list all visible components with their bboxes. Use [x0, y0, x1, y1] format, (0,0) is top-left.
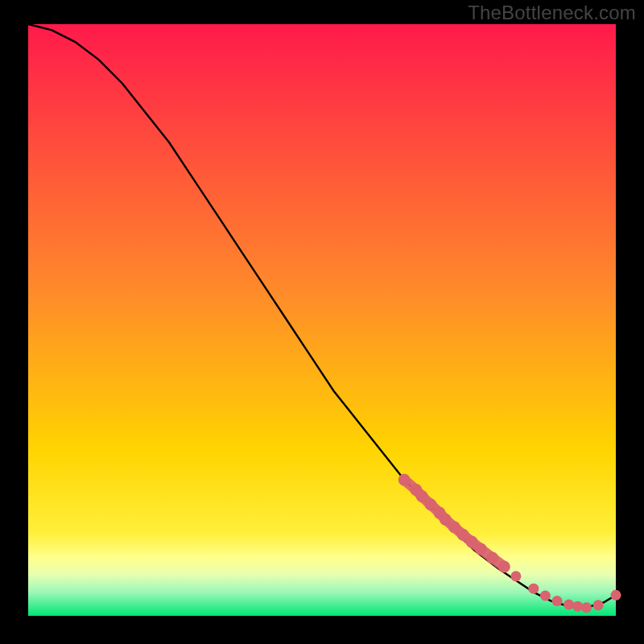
- watermark-text: TheBottleneck.com: [468, 2, 636, 24]
- data-point: [564, 600, 574, 610]
- data-point: [510, 571, 521, 581]
- bottleneck-chart: [0, 0, 644, 644]
- data-point: [425, 498, 437, 510]
- data-point: [552, 596, 563, 606]
- data-point: [475, 543, 487, 555]
- data-point: [572, 601, 583, 612]
- data-point: [528, 584, 539, 594]
- plot-area: [28, 24, 616, 616]
- data-point: [398, 474, 411, 486]
- data-point: [611, 590, 621, 601]
- data-point: [486, 552, 498, 564]
- data-point: [581, 602, 592, 613]
- data-point: [416, 490, 428, 502]
- data-point: [498, 561, 510, 573]
- data-point: [540, 591, 551, 601]
- data-point: [593, 600, 604, 610]
- chart-stage: TheBottleneck.com: [0, 0, 644, 644]
